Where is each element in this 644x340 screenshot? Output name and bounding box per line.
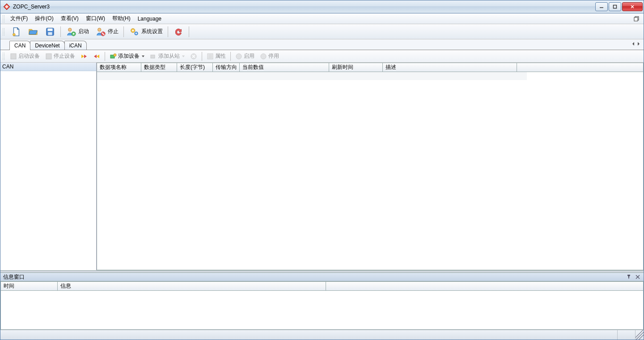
title-bar: ZOPC_Server3 — [0, 0, 644, 13]
grid-panel: 数据项名称 数据类型 长度(字节) 传输方向 当前数值 刷新时间 描述 — [97, 63, 644, 270]
empty-row-band — [97, 72, 527, 80]
menu-language[interactable]: Language — [134, 14, 165, 23]
tab-strip: CAN DeviceNet iCAN — [0, 39, 644, 50]
add-device-button[interactable]: 添加设备 — [107, 51, 147, 61]
menu-window[interactable]: 窗口(W) — [82, 13, 109, 24]
svg-point-31 — [114, 54, 116, 56]
save-icon — [45, 26, 55, 37]
col-spacer — [517, 63, 644, 72]
tab-devicenet[interactable]: DeviceNet — [30, 41, 64, 50]
menu-help[interactable]: 帮助(H) — [109, 13, 134, 24]
delete-icon — [190, 53, 197, 60]
menu-file[interactable]: 文件(F) — [7, 13, 31, 24]
col-length[interactable]: 长度(字节) — [177, 63, 213, 72]
main-area: CAN 数据项名称 数据类型 长度(字节) 传输方向 当前数值 刷新时间 描述 — [0, 63, 644, 271]
enable-button: 启用 — [233, 51, 257, 61]
label: 添加设备 — [118, 52, 140, 60]
document-icon — [11, 26, 21, 37]
start-button[interactable]: 启动 — [64, 26, 91, 38]
add-slave-button: 添加从站 — [148, 51, 187, 61]
grip-icon[interactable] — [2, 28, 5, 36]
app-frame: 文件(F) 操作(O) 查看(V) 窗口(W) 帮助(H) Language 启… — [0, 13, 644, 340]
grid-body[interactable] — [97, 72, 644, 270]
svg-rect-25 — [46, 54, 51, 59]
slave-add-icon — [150, 53, 157, 60]
col-direction[interactable]: 传输方向 — [213, 63, 240, 72]
tab-scroll-left[interactable] — [631, 41, 636, 47]
tab-label: CAN — [14, 42, 25, 49]
close-button[interactable] — [622, 2, 643, 11]
user-stop-icon — [95, 26, 106, 37]
tree-panel[interactable]: CAN — [0, 63, 97, 270]
app-icon — [3, 3, 10, 10]
tab-ican[interactable]: iCAN — [64, 41, 87, 50]
menu-operate[interactable]: 操作(O) — [31, 13, 57, 24]
save-button[interactable] — [42, 26, 58, 38]
settings-button[interactable]: 系统设置 — [127, 26, 165, 38]
svg-marker-29 — [94, 55, 97, 58]
sub-toolbar: 启动设备 停止设备 添加设备 添加从站 属性 启用 — [0, 50, 644, 63]
label: 停用 — [268, 52, 279, 60]
stop-button[interactable]: 停止 — [93, 26, 121, 38]
grip-icon[interactable] — [2, 15, 5, 23]
svg-point-12 — [68, 28, 72, 31]
arrows-left-button[interactable] — [91, 51, 102, 61]
maximize-button[interactable] — [609, 2, 621, 11]
tab-can[interactable]: CAN — [9, 41, 30, 50]
grip-icon[interactable] — [2, 52, 5, 60]
main-toolbar: 启动 停止 系统设置 — [0, 24, 644, 39]
open-button[interactable] — [25, 26, 41, 38]
start-device-button: 启动设备 — [8, 51, 42, 61]
info-window-titlebar[interactable]: 信息窗口 — [0, 272, 644, 281]
new-button[interactable] — [8, 26, 24, 38]
menu-bar: 文件(F) 操作(O) 查看(V) 窗口(W) 帮助(H) Language — [0, 13, 644, 24]
col-description[interactable]: 描述 — [383, 63, 517, 72]
col-name[interactable]: 数据项名称 — [97, 63, 141, 72]
svg-rect-32 — [151, 55, 155, 58]
tab-scroll-right[interactable] — [636, 41, 641, 47]
info-col-info[interactable]: 信息 — [58, 281, 326, 291]
svg-point-8 — [13, 33, 16, 36]
folder-open-icon — [28, 26, 38, 37]
arrows-right-button[interactable] — [78, 51, 90, 61]
status-panel-small — [618, 330, 636, 340]
label: 启用 — [244, 52, 254, 60]
col-type[interactable]: 数据类型 — [141, 63, 177, 72]
refresh-button[interactable] — [171, 26, 186, 38]
arrows-right-icon — [80, 53, 88, 60]
svg-rect-10 — [48, 28, 53, 30]
svg-rect-3 — [614, 5, 617, 8]
tab-label: iCAN — [69, 42, 82, 49]
info-body[interactable] — [0, 291, 644, 330]
pin-icon[interactable] — [626, 274, 632, 280]
stop-label: 停止 — [108, 28, 119, 35]
svg-point-15 — [98, 28, 101, 31]
label: 启动设备 — [18, 52, 40, 60]
info-col-time[interactable]: 时间 — [0, 281, 58, 291]
svg-point-41 — [261, 54, 266, 59]
separator — [189, 26, 189, 37]
refresh-icon — [173, 26, 184, 37]
status-panel — [0, 330, 618, 340]
separator — [202, 52, 202, 61]
gears-icon — [129, 26, 140, 37]
minimize-button[interactable] — [595, 2, 608, 11]
col-current-value[interactable]: 当前数值 — [240, 63, 329, 72]
close-pane-icon[interactable] — [635, 274, 641, 280]
tree-root[interactable]: CAN — [0, 63, 96, 71]
enable-icon — [235, 53, 242, 60]
disable-button: 停用 — [258, 51, 281, 61]
col-refresh-time[interactable]: 刷新时间 — [329, 63, 383, 72]
status-bar — [0, 330, 644, 340]
size-grip[interactable] — [636, 330, 644, 340]
label: 停止设备 — [54, 52, 75, 60]
user-play-icon — [66, 26, 76, 37]
menu-view[interactable]: 查看(V) — [57, 13, 82, 24]
svg-point-40 — [236, 54, 242, 59]
info-window: 信息窗口 时间 信息 — [0, 272, 644, 330]
chip-play-icon — [10, 53, 17, 60]
properties-button: 属性 — [204, 51, 228, 61]
restore-window-icon[interactable] — [634, 16, 642, 21]
arrows-left-icon — [93, 53, 100, 60]
svg-marker-23 — [638, 42, 640, 46]
